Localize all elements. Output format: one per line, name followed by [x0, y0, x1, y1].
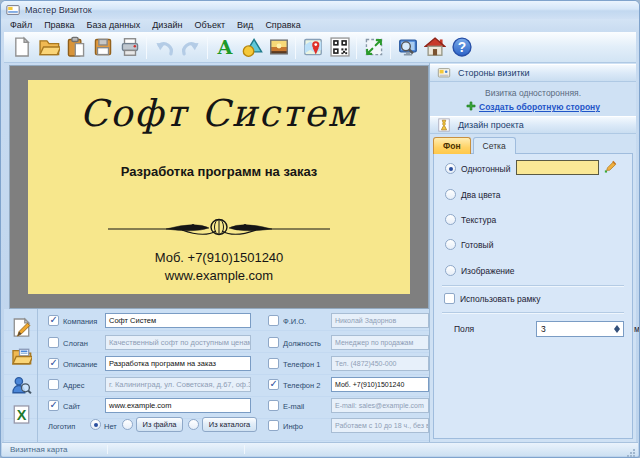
flourish-divider-icon[interactable] [104, 216, 334, 246]
company-checkbox[interactable] [48, 315, 59, 326]
design-project-icon [437, 118, 451, 132]
menu-bar: Файл Правка База данных Дизайн Объект Ви… [4, 19, 636, 32]
color-swatch[interactable] [516, 160, 599, 175]
card-website-text[interactable]: www.example.com [28, 268, 410, 283]
use-frame-option[interactable]: Использовать рамку [444, 293, 540, 304]
help-button[interactable]: ? [448, 34, 475, 61]
status-separator [107, 445, 108, 454]
logo-none-radio[interactable] [90, 419, 101, 430]
menu-database[interactable]: База данных [81, 19, 147, 32]
add-qr-code-button[interactable] [326, 34, 353, 61]
email-checkbox[interactable] [268, 400, 279, 411]
card-company-text[interactable]: Софт Систем [28, 92, 410, 135]
excel-export-button[interactable]: X [6, 401, 36, 428]
description-field[interactable]: Разработка программ на заказ [105, 356, 251, 371]
radio-two-colors[interactable] [445, 189, 456, 200]
info-field[interactable]: Работаем с 10 до 18 ч., без выходных [331, 418, 429, 433]
website-field[interactable]: www.example.com [105, 398, 251, 413]
spinner-arrows[interactable] [612, 323, 621, 335]
menu-view[interactable]: Вид [231, 19, 259, 32]
save-button[interactable] [89, 34, 116, 61]
logo-label: Логотип [48, 422, 75, 431]
status-text: Визитная карта [10, 445, 67, 454]
paste-button[interactable] [62, 34, 89, 61]
find-person-button[interactable] [6, 372, 36, 399]
status-bar: Визитная карта [2, 442, 638, 456]
logo-from-file-button[interactable]: Из файла [136, 417, 183, 432]
description-checkbox[interactable] [48, 358, 59, 369]
add-map-button[interactable] [299, 34, 326, 61]
svg-text:?: ? [457, 40, 465, 55]
divider [442, 285, 624, 287]
menu-file[interactable]: Файл [4, 19, 38, 32]
description-label: Описание [63, 360, 98, 369]
resize-grip-icon[interactable] [626, 444, 636, 454]
slogan-field[interactable]: Качественный софт по доступным ценам [105, 335, 251, 350]
radio-ready-made[interactable] [445, 239, 456, 250]
option-solid-color[interactable]: Однотонный [445, 163, 510, 174]
add-shape-button[interactable] [238, 34, 265, 61]
logo-from-catalog-radio[interactable] [188, 419, 199, 430]
add-text-button[interactable]: A [211, 34, 238, 61]
contacts-folder-button[interactable] [6, 343, 36, 370]
resize-card-button[interactable] [360, 34, 387, 61]
address-checkbox[interactable] [48, 379, 59, 390]
undo-button[interactable] [150, 34, 177, 61]
option-ready-made[interactable]: Готовый [445, 239, 493, 250]
slogan-checkbox[interactable] [48, 337, 59, 348]
card-sides-status: Визитка односторонняя. [430, 88, 636, 98]
logo-from-file-radio[interactable] [122, 419, 133, 430]
status-separator [244, 445, 245, 454]
business-card-preview[interactable]: Софт Систем Разработка программ на заказ [28, 80, 410, 294]
title-bar[interactable]: Мастер Визиток [1, 1, 639, 19]
print-button[interactable] [116, 34, 143, 61]
tab-grid[interactable]: Сетка [473, 137, 516, 154]
add-image-button[interactable] [265, 34, 292, 61]
use-frame-checkbox[interactable] [444, 293, 455, 304]
position-checkbox[interactable] [268, 337, 279, 348]
card-phone-text[interactable]: Моб. +7(910)1501240 [28, 250, 410, 265]
radio-solid-color[interactable] [445, 163, 456, 174]
margins-spinner[interactable]: 3 [536, 321, 624, 337]
phone2-field[interactable]: Моб. +7(910)1501240 [331, 377, 429, 392]
color-picker-icon[interactable] [604, 159, 618, 173]
card-description-text[interactable]: Разработка программ на заказ [28, 164, 410, 179]
website-checkbox[interactable] [48, 400, 59, 411]
toolbar-separator [146, 35, 147, 59]
email-field[interactable]: E-mail: sales@example.com [331, 398, 429, 413]
phone1-checkbox[interactable] [268, 358, 279, 369]
menu-design[interactable]: Дизайн [146, 19, 188, 32]
position-field[interactable]: Менеджер по продажам [331, 335, 429, 350]
toolbar-separator [390, 35, 391, 59]
option-texture[interactable]: Текстура [445, 214, 496, 225]
redo-button[interactable] [177, 34, 204, 61]
divider [442, 312, 624, 314]
add-shape-icon [241, 36, 263, 58]
fullname-field[interactable]: Николай Задорнов [331, 313, 429, 328]
tab-background[interactable]: Фон [433, 137, 471, 154]
address-field[interactable]: г. Калининград, ул. Советская, д.67, оф.… [105, 377, 251, 392]
fullname-checkbox[interactable] [268, 315, 279, 326]
menu-help[interactable]: Справка [259, 19, 306, 32]
option-image[interactable]: Изображение [445, 265, 515, 276]
add-image-icon [268, 36, 290, 58]
design-project-title: Дизайн проекта [458, 120, 524, 130]
preview-button[interactable] [394, 34, 421, 61]
menu-object[interactable]: Объект [188, 19, 231, 32]
home-button[interactable] [421, 34, 448, 61]
edit-card-button[interactable] [6, 314, 36, 341]
create-back-side-link[interactable]: Создать оборотную сторону [479, 102, 600, 112]
radio-texture[interactable] [445, 214, 456, 225]
phone1-field[interactable]: Тел. (4872)450-000 [331, 356, 429, 371]
radio-image[interactable] [445, 265, 456, 276]
logo-from-catalog-button[interactable]: Из каталога [202, 417, 257, 432]
open-button[interactable] [35, 34, 62, 61]
menu-edit[interactable]: Правка [38, 19, 80, 32]
company-field[interactable]: Софт Систем [105, 313, 251, 328]
info-checkbox[interactable] [268, 420, 279, 431]
card-canvas[interactable]: Софт Систем Разработка программ на заказ [9, 65, 429, 309]
phone2-checkbox[interactable] [268, 379, 279, 390]
option-two-colors[interactable]: Два цвета [445, 189, 501, 200]
new-document-button[interactable] [8, 34, 35, 61]
email-label: E-mail [283, 402, 304, 411]
